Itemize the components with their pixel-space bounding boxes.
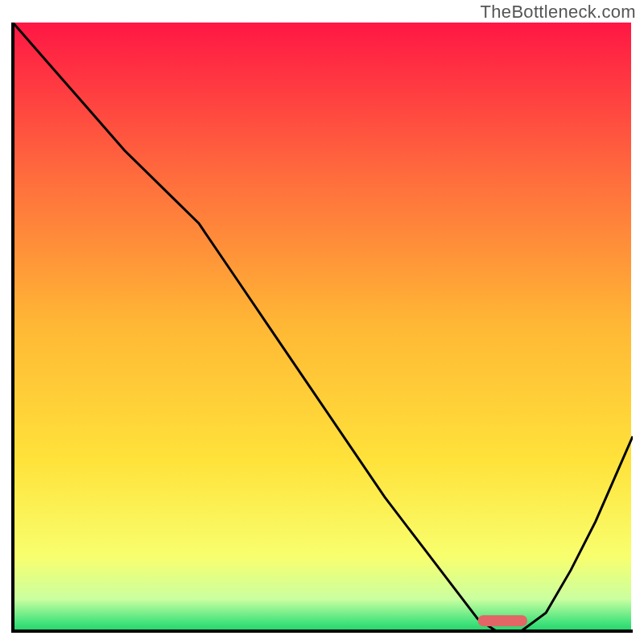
gradient-background [13, 23, 631, 630]
plot-area [11, 23, 633, 633]
watermark-text: TheBottleneck.com [481, 2, 636, 23]
sweet-spot-marker [478, 615, 528, 626]
plot-svg [11, 23, 633, 633]
chart-container: TheBottleneck.com [0, 0, 644, 644]
